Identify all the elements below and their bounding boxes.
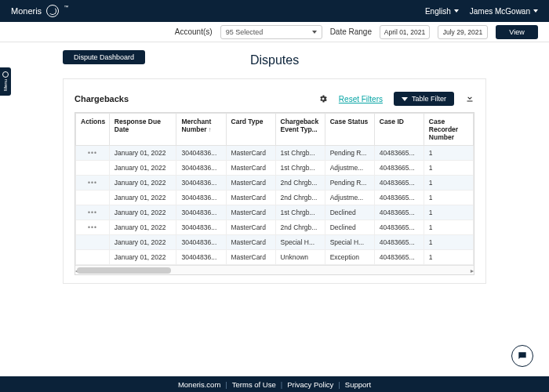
row-actions-icon[interactable]: ••• bbox=[81, 209, 104, 216]
cell-card: MasterCard bbox=[226, 161, 275, 176]
cell-recorder: 1 bbox=[424, 235, 473, 250]
col-card-type[interactable]: Card Type bbox=[226, 114, 275, 146]
cell-event: 2nd Chrgb... bbox=[275, 176, 325, 191]
cell-merchant: 30404836... bbox=[176, 176, 226, 191]
table-row[interactable]: •••January 01, 202230404836...MasterCard… bbox=[76, 220, 474, 235]
row-actions-icon[interactable]: ••• bbox=[81, 179, 104, 187]
table-row[interactable]: •••January 01, 202230404836...MasterCard… bbox=[76, 205, 474, 220]
cell-recorder: 1 bbox=[424, 220, 473, 235]
side-menu-tab[interactable]: Menu bbox=[0, 67, 11, 96]
col-case-recorder[interactable]: Case Recorder Number bbox=[424, 114, 473, 146]
cell-merchant: 30404836... bbox=[176, 205, 226, 220]
col-event-type[interactable]: Chargeback Event Typ... bbox=[275, 114, 325, 146]
accounts-label: Account(s) bbox=[175, 27, 213, 36]
user-name: James McGowan bbox=[470, 7, 530, 16]
cell-date: January 01, 2022 bbox=[109, 235, 176, 250]
cell-date: January 01, 2022 bbox=[109, 176, 176, 191]
table-row[interactable]: •••January 01, 202230404836...MasterCard… bbox=[76, 146, 474, 161]
cell-date: January 01, 2022 bbox=[109, 205, 176, 220]
cell-recorder: 1 bbox=[424, 250, 473, 265]
cell-status: Declined bbox=[325, 220, 374, 235]
cell-merchant: 30404836... bbox=[176, 220, 226, 235]
cell-merchant: 30404836... bbox=[176, 250, 226, 265]
trademark-icon: ™ bbox=[64, 5, 68, 9]
cell-status: Special H... bbox=[325, 235, 374, 250]
date-to-input[interactable]: July 29, 2021 bbox=[438, 25, 488, 39]
chargebacks-card: Chargebacks Reset Filters Table Filter A… bbox=[63, 78, 486, 284]
col-case-status[interactable]: Case Status bbox=[325, 114, 374, 146]
cell-event: 1st Chrgb... bbox=[275, 205, 325, 220]
chargebacks-table: Actions Response Due Date Merchant Numbe… bbox=[75, 113, 474, 265]
accounts-select[interactable]: 95 Selected bbox=[220, 25, 322, 39]
footer-terms-link[interactable]: Terms of Use bbox=[232, 380, 276, 389]
cell-recorder: 1 bbox=[424, 191, 473, 205]
table-row[interactable]: January 01, 202230404836...MasterCardSpe… bbox=[76, 235, 474, 250]
cell-card: MasterCard bbox=[226, 220, 275, 235]
settings-gear-icon[interactable] bbox=[318, 94, 328, 103]
accounts-value: 95 Selected bbox=[226, 28, 264, 36]
download-icon[interactable] bbox=[465, 93, 474, 104]
cell-status: Declined bbox=[325, 205, 374, 220]
cell-card: MasterCard bbox=[226, 191, 275, 205]
cell-actions[interactable]: ••• bbox=[76, 220, 110, 235]
cell-date: January 01, 2022 bbox=[109, 146, 176, 161]
col-response-due[interactable]: Response Due Date bbox=[109, 114, 176, 146]
cell-recorder: 1 bbox=[424, 161, 473, 176]
reset-filters-link[interactable]: Reset Filters bbox=[339, 95, 383, 103]
date-from-input[interactable]: April 01, 2021 bbox=[380, 25, 430, 39]
cell-event: 2nd Chrgb... bbox=[275, 191, 325, 205]
cell-actions[interactable] bbox=[76, 161, 110, 176]
row-actions-icon[interactable]: ••• bbox=[81, 223, 104, 231]
cell-merchant: 30404836... bbox=[176, 235, 226, 250]
cell-actions[interactable]: ••• bbox=[76, 205, 110, 220]
table-row[interactable]: January 01, 202230404836...MasterCard2nd… bbox=[76, 191, 474, 205]
card-tools: Reset Filters Table Filter bbox=[318, 92, 474, 106]
cell-actions[interactable]: ••• bbox=[76, 146, 110, 161]
cell-actions[interactable] bbox=[76, 250, 110, 265]
col-merchant-number[interactable]: Merchant Number↑ bbox=[176, 114, 226, 146]
cell-date: January 01, 2022 bbox=[109, 161, 176, 176]
cell-card: MasterCard bbox=[226, 146, 275, 161]
table-row[interactable]: January 01, 202230404836...MasterCard1st… bbox=[76, 161, 474, 176]
cell-actions[interactable] bbox=[76, 191, 110, 205]
horizontal-scrollbar[interactable]: ◄ ► bbox=[75, 265, 474, 274]
col-case-id[interactable]: Case ID bbox=[374, 114, 424, 146]
footer-support-link[interactable]: Support bbox=[345, 380, 371, 389]
brand-logo: Moneris ™ bbox=[11, 5, 68, 17]
language-label: English bbox=[425, 7, 451, 16]
cell-caseid: 40483665... bbox=[374, 191, 424, 205]
table-body: •••January 01, 202230404836...MasterCard… bbox=[76, 146, 474, 265]
cell-caseid: 40483665... bbox=[374, 205, 424, 220]
col-actions[interactable]: Actions bbox=[76, 114, 110, 146]
cell-event: 1st Chrgb... bbox=[275, 146, 325, 161]
cell-status: Adjustme... bbox=[325, 161, 374, 176]
dispute-dashboard-button[interactable]: Dispute Dashboard bbox=[63, 50, 145, 64]
table-row[interactable]: •••January 01, 202230404836...MasterCard… bbox=[76, 176, 474, 191]
cell-actions[interactable]: ••• bbox=[76, 176, 110, 191]
table-filter-button[interactable]: Table Filter bbox=[394, 92, 454, 106]
menu-icon bbox=[2, 71, 9, 78]
cell-event: 2nd Chrgb... bbox=[275, 220, 325, 235]
scrollbar-thumb[interactable] bbox=[77, 267, 171, 274]
date-range-label: Date Range bbox=[330, 27, 372, 36]
filter-bar: Account(s) 95 Selected Date Range April … bbox=[0, 22, 549, 42]
chat-button[interactable] bbox=[511, 345, 533, 367]
scroll-right-arrow[interactable]: ► bbox=[469, 267, 474, 274]
cell-event: Unknown bbox=[275, 250, 325, 265]
language-dropdown[interactable]: English bbox=[425, 7, 459, 16]
cell-card: MasterCard bbox=[226, 235, 275, 250]
view-button[interactable]: View bbox=[496, 25, 538, 39]
user-dropdown[interactable]: James McGowan bbox=[470, 7, 538, 16]
footer-privacy-link[interactable]: Privacy Policy bbox=[287, 380, 333, 389]
table-row[interactable]: January 01, 202230404836...MasterCardUnk… bbox=[76, 250, 474, 265]
cell-actions[interactable] bbox=[76, 235, 110, 250]
chevron-down-icon bbox=[312, 31, 317, 34]
footer-moneris-link[interactable]: Moneris.com bbox=[178, 380, 220, 389]
footer: Moneris.com | Terms of Use | Privacy Pol… bbox=[0, 376, 549, 392]
cell-date: January 01, 2022 bbox=[109, 220, 176, 235]
cell-caseid: 40483665... bbox=[374, 235, 424, 250]
cell-card: MasterCard bbox=[226, 250, 275, 265]
sort-asc-icon: ↑ bbox=[209, 126, 212, 133]
row-actions-icon[interactable]: ••• bbox=[81, 149, 104, 157]
cell-card: MasterCard bbox=[226, 176, 275, 191]
